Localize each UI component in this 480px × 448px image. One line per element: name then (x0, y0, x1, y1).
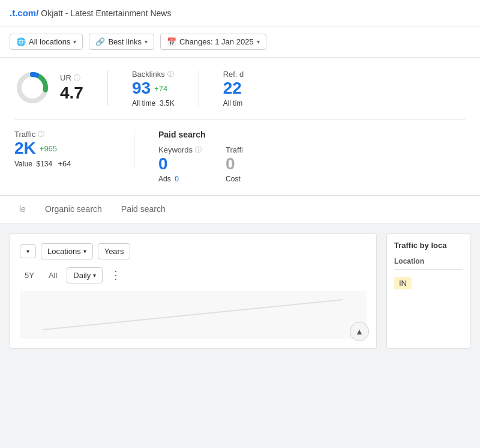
changes-chevron-icon: ▾ (257, 38, 260, 45)
location-row-in: IN (394, 273, 463, 293)
ur-info-icon[interactable]: ⓘ (74, 73, 80, 82)
ref-domains-label: Ref. d (223, 70, 244, 79)
backlinks-section: Backlinks ⓘ 93 +74 All time 3.5K (132, 70, 199, 107)
scroll-up-button[interactable]: ▲ (350, 322, 369, 341)
top-bar: .t.com/ Okjatt - Latest Entertainment Ne… (0, 0, 480, 26)
locations-chevron-icon: ▾ (73, 38, 76, 45)
traffic-by-location-panel: Traffic by loca Location IN (386, 233, 470, 349)
years-chart-button[interactable]: Years (98, 243, 131, 259)
backlinks-change: +74 (154, 84, 167, 93)
ur-donut-chart (14, 70, 50, 106)
keywords-label: Keywords ⓘ (158, 145, 202, 154)
keywords-ads-sub: Ads 0 (158, 175, 202, 183)
chart-controls: ▾ Locations ▾ Years (20, 243, 367, 259)
ref-domains-sub: All tim (223, 99, 244, 107)
keywords-section: Keywords ⓘ 0 Ads 0 (158, 145, 202, 183)
location-tag-in: IN (394, 277, 412, 289)
backlinks-value-row: 93 +74 (132, 79, 175, 98)
chart-panel: ▾ Locations ▾ Years 5Y All (10, 233, 377, 349)
paid-search-section: Paid search Keywords ⓘ 0 Ads 0 (158, 130, 243, 183)
traffic-value-sub: Value $134 +64 (14, 159, 110, 168)
changes-filter-button[interactable]: 📅 Changes: 1 Jan 2025 ▾ (160, 34, 266, 50)
ur-value: 4.7 (60, 83, 83, 103)
keywords-value: 0 (158, 154, 202, 174)
bottom-metrics-row: Traffic ⓘ 2K +965 Value $134 +64 Paid se… (14, 130, 466, 183)
daily-button[interactable]: Daily ▾ (67, 267, 103, 283)
calendar-icon: 📅 (167, 37, 176, 46)
paid-traffic-value: 0 (226, 154, 243, 174)
backlinks-value: 93 (132, 79, 151, 98)
tab-le[interactable]: le (10, 197, 35, 222)
links-chevron-icon: ▾ (145, 38, 148, 45)
locations-filter-label: All locations (29, 37, 70, 46)
tab-organic-search[interactable]: Organic search (35, 197, 112, 222)
traffic-change: +965 (40, 144, 57, 153)
traffic-panel-title: Traffic by loca (394, 241, 463, 250)
daily-label: Daily (73, 271, 91, 280)
locations-chart-button[interactable]: Locations ▾ (41, 243, 93, 259)
chart-placeholder (20, 291, 367, 339)
traffic-label: Traffic ⓘ (14, 130, 110, 139)
tab-paid-search[interactable]: Paid search (112, 197, 175, 222)
traffic-value-change: +64 (58, 159, 71, 168)
more-options-button[interactable]: ⋮ (107, 267, 124, 283)
metrics-area: UR ⓘ 4.7 Backlinks ⓘ 93 +74 All time 3.5… (0, 58, 480, 196)
chart-filter1-button[interactable]: ▾ (20, 244, 36, 258)
locations-chart-chevron: ▾ (83, 248, 86, 255)
paid-traffic-label: Traffi (226, 145, 243, 154)
locations-chart-label: Locations (47, 247, 81, 256)
paid-metrics-row: Keywords ⓘ 0 Ads 0 Traffi 0 (158, 145, 243, 183)
chart-layout: ▾ Locations ▾ Years 5Y All (10, 233, 470, 349)
locations-filter-button[interactable]: 🌐 All locations ▾ (10, 34, 83, 50)
globe-icon: 🌐 (16, 37, 26, 46)
site-title: Okjatt - Latest Entertainment News (41, 8, 171, 18)
location-column-header: Location (394, 257, 463, 270)
paid-traffic-section: Traffi 0 Cost (226, 145, 243, 183)
traffic-section: Traffic ⓘ 2K +965 Value $134 +64 (14, 130, 134, 168)
backlinks-info-icon[interactable]: ⓘ (167, 70, 174, 79)
ref-domains-value: 22 (223, 79, 244, 98)
filter1-chevron-icon: ▾ (26, 248, 29, 255)
changes-filter-label: Changes: 1 Jan 2025 (179, 37, 254, 46)
paid-traffic-cost: Cost (226, 175, 243, 183)
ur-metric-group: UR ⓘ 4.7 (60, 73, 83, 103)
traffic-value-row: 2K +965 (14, 139, 110, 158)
tabs-bar: le Organic search Paid search (0, 196, 480, 223)
chart-container: ▾ Locations ▾ Years 5Y All (0, 223, 480, 359)
keywords-info-icon[interactable]: ⓘ (195, 145, 202, 154)
backlinks-sub: All time 3.5K (132, 99, 175, 107)
traffic-chart (28, 294, 358, 336)
traffic-value: 2K (14, 139, 36, 158)
domain-text: .t.com/ (10, 8, 38, 18)
all-button[interactable]: All (44, 268, 62, 282)
ur-label: UR ⓘ (60, 73, 83, 82)
time-controls-row: 5Y All Daily ▾ ⋮ (20, 267, 367, 283)
daily-chevron-icon: ▾ (93, 272, 96, 279)
links-filter-label: Best links (108, 37, 142, 46)
paid-search-label: Paid search (158, 130, 243, 139)
years-chart-label: Years (104, 247, 124, 256)
5y-button[interactable]: 5Y (20, 268, 39, 282)
filter-bar: 🌐 All locations ▾ 🔗 Best links ▾ 📅 Chang… (0, 26, 480, 58)
links-filter-button[interactable]: 🔗 Best links ▾ (89, 34, 154, 50)
backlinks-label: Backlinks ⓘ (132, 70, 175, 79)
link-icon: 🔗 (95, 37, 105, 46)
ur-section: UR ⓘ 4.7 (14, 70, 108, 106)
traffic-info-icon[interactable]: ⓘ (38, 130, 44, 139)
ref-domains-section: Ref. d 22 All tim (223, 70, 244, 107)
